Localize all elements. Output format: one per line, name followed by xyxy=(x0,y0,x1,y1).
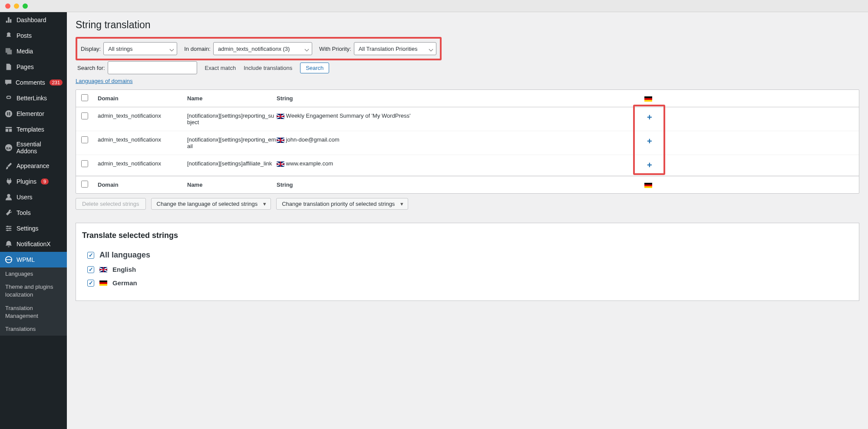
sidebar-item-comments[interactable]: Comments231 xyxy=(0,75,67,90)
cell-domain: admin_texts_notificationx xyxy=(98,112,187,119)
translate-panel: Translate selected strings All languages… xyxy=(76,223,859,301)
cell-name: [notificationx][settings]reporting_email xyxy=(187,136,277,149)
ea-icon: EA xyxy=(4,143,13,152)
sidebar-item-media[interactable]: Media xyxy=(0,43,67,59)
sidebar-item-notificationx[interactable]: NotificationX xyxy=(0,236,67,252)
sidebar-item-posts[interactable]: Posts xyxy=(0,28,67,43)
wpml-icon xyxy=(4,255,13,264)
include-translations-checkbox[interactable]: Include translations xyxy=(244,65,292,71)
search-label: Search for: xyxy=(77,65,105,71)
sidebar-item-tools[interactable]: Tools xyxy=(0,205,67,221)
minimize-window-button[interactable] xyxy=(14,3,19,9)
tool-icon xyxy=(4,208,13,217)
dashboard-icon xyxy=(4,16,13,24)
elementor-icon xyxy=(4,109,13,118)
select-all-checkbox-footer[interactable] xyxy=(81,181,88,188)
submenu-theme-and-plugins-localization[interactable]: Theme and plugins localization xyxy=(0,280,67,301)
tf-name: Name xyxy=(187,182,277,188)
settings-icon xyxy=(4,224,13,233)
sidebar-item-essential-addons[interactable]: EAEssential Addons xyxy=(0,137,67,158)
table-row: admin_texts_notificationx[notificationx]… xyxy=(76,131,859,155)
bulk-actions-row: Delete selected strings Change the langu… xyxy=(76,194,859,214)
row-checkbox[interactable] xyxy=(81,160,88,167)
language-checkbox[interactable] xyxy=(87,266,94,273)
all-languages-label: All languages xyxy=(99,251,150,260)
exact-match-checkbox[interactable]: Exact match xyxy=(205,65,236,71)
pin-icon xyxy=(4,31,13,40)
uk-flag-icon xyxy=(277,138,284,143)
sidebar-item-appearance[interactable]: Appearance xyxy=(0,158,67,174)
sidebar-item-settings[interactable]: Settings xyxy=(0,221,67,236)
maximize-window-button[interactable] xyxy=(23,3,28,9)
cell-domain: admin_texts_notificationx xyxy=(98,160,187,167)
link-icon xyxy=(4,94,13,102)
sidebar-item-betterlinks[interactable]: BetterLinks xyxy=(0,90,67,106)
all-languages-checkbox[interactable] xyxy=(87,252,94,259)
language-row-english: English xyxy=(87,266,853,273)
sidebar-item-pages[interactable]: Pages xyxy=(0,59,67,75)
row-checkbox[interactable] xyxy=(81,112,88,119)
submenu-translations[interactable]: Translations xyxy=(0,323,67,336)
row-checkbox[interactable] xyxy=(81,136,88,143)
add-translation-button[interactable]: + xyxy=(644,136,655,146)
priority-select[interactable]: All Translation Priorities xyxy=(354,42,436,55)
table-row: admin_texts_notificationx[notificationx]… xyxy=(76,107,859,131)
cell-string: john-doe@gmail.com xyxy=(277,136,637,143)
languages-of-domains-link[interactable]: Languages of domains xyxy=(76,78,133,84)
sidebar-item-users[interactable]: Users xyxy=(0,189,67,205)
svg-text:EA: EA xyxy=(6,146,11,150)
svg-point-11 xyxy=(7,226,9,228)
badge: 9 xyxy=(41,178,49,185)
brush-icon xyxy=(4,162,13,170)
sidebar-item-plugins[interactable]: Plugins9 xyxy=(0,174,67,189)
svg-rect-2 xyxy=(9,112,10,113)
submenu-translation-management[interactable]: Translation Management xyxy=(0,302,67,323)
badge: 231 xyxy=(50,79,63,86)
search-input[interactable] xyxy=(108,61,197,74)
svg-rect-4 xyxy=(9,115,10,116)
user-icon xyxy=(4,193,13,201)
language-checkbox[interactable] xyxy=(87,280,94,287)
svg-point-13 xyxy=(7,230,9,231)
change-language-select[interactable]: Change the language of selected strings xyxy=(151,198,271,210)
templates-icon xyxy=(4,125,13,134)
sidebar-item-templates[interactable]: Templates xyxy=(0,122,67,137)
svg-point-7 xyxy=(7,194,10,197)
language-label: English xyxy=(112,266,136,273)
change-priority-select[interactable]: Change translation priority of selected … xyxy=(276,198,408,210)
domain-select[interactable]: admin_texts_notificationx (3) xyxy=(213,42,312,55)
submenu-languages[interactable]: Languages xyxy=(0,267,67,280)
display-select[interactable]: All strings xyxy=(103,42,177,55)
language-label: German xyxy=(112,279,137,287)
add-translation-button[interactable]: + xyxy=(644,112,655,122)
media-icon xyxy=(4,47,13,56)
search-button[interactable]: Search xyxy=(300,63,329,73)
de-flag-icon xyxy=(99,280,107,286)
add-translation-button[interactable]: + xyxy=(644,160,655,170)
plugin-icon xyxy=(4,177,13,186)
sidebar-item-wpml[interactable]: WPML xyxy=(0,252,67,267)
page-icon xyxy=(4,63,13,71)
close-window-button[interactable] xyxy=(5,3,10,9)
language-row-german: German xyxy=(87,279,853,287)
svg-rect-3 xyxy=(9,113,10,114)
cell-string: www.example.com xyxy=(277,160,637,167)
filter-bar: Display: All strings In domain: admin_te… xyxy=(76,37,442,60)
nx-icon xyxy=(4,240,13,248)
admin-sidebar: DashboardPostsMediaPagesComments231Bette… xyxy=(0,12,67,429)
page-title: String translation xyxy=(76,19,859,31)
cell-string: Weekly Engagement Summary of 'My WordPre… xyxy=(277,112,637,119)
sidebar-item-dashboard[interactable]: Dashboard xyxy=(0,12,67,28)
strings-table: Domain Name String admin_texts_notificat… xyxy=(76,89,859,194)
delete-selected-button[interactable]: Delete selected strings xyxy=(76,198,146,210)
window-titlebar xyxy=(0,0,868,12)
sidebar-item-elementor[interactable]: Elementor xyxy=(0,106,67,122)
uk-flag-icon xyxy=(277,162,284,167)
cell-name: [notificationx][settings]affiliate_link xyxy=(187,160,277,167)
german-flag-header xyxy=(644,96,652,102)
tf-domain: Domain xyxy=(98,182,187,188)
svg-rect-1 xyxy=(7,112,8,115)
select-all-checkbox[interactable] xyxy=(81,94,88,101)
main-content: String translation Display: All strings … xyxy=(67,12,868,429)
display-label: Display: xyxy=(81,46,101,52)
